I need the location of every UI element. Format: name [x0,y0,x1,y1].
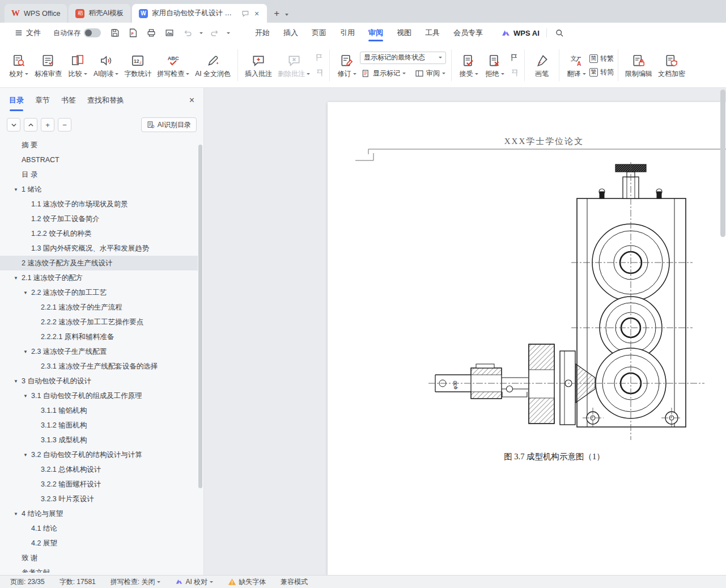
new-tab-button[interactable]: + [267,8,284,23]
outline-item[interactable]: 1.2.2 饺子机的种类 [0,226,198,241]
compare-button[interactable]: 比较 [65,46,91,84]
tab-document[interactable]: W 家用自动包饺子机设计 设计 × [132,4,267,23]
menu-item[interactable]: 视图 [391,24,417,41]
scrollbar-thumb[interactable] [198,145,202,488]
expand-arrow-icon[interactable]: ▼ [14,276,18,281]
outline-item[interactable]: ABSTRACT [0,153,198,167]
outline-item[interactable]: ▼2.2 速冻饺子的加工工艺 [0,285,198,300]
show-markup-button[interactable]: 显示标记 [360,68,407,79]
menu-item[interactable]: 插入 [278,24,304,41]
translate-button[interactable]: 文A 翻译 [563,46,589,84]
previous-comment-button[interactable] [313,52,325,64]
outline-item[interactable]: 3.2.3 叶片泵设计 [0,492,198,506]
undo-chevron-icon[interactable] [199,32,203,34]
outline-item[interactable]: 2.2.1 速冻饺子的生产流程 [0,300,198,315]
expand-all-button[interactable] [7,118,20,132]
outline-item[interactable]: ▼2.1 速冻饺子的配方 [0,270,198,285]
expand-arrow-icon[interactable]: ▼ [23,349,28,354]
save-button[interactable] [109,27,121,39]
tab-list-chevron-icon[interactable] [284,8,292,23]
document-scrollbar-thumb[interactable] [720,90,725,237]
redo-chevron-icon[interactable] [227,32,230,34]
tab-docer-templates[interactable]: 稻 稻壳AI模板 [69,4,130,23]
wps-ai-button[interactable]: WPS AI [501,28,540,38]
expand-arrow-icon[interactable]: ▼ [14,379,18,384]
tab-wps-home[interactable]: W WPS Office [5,4,67,23]
menu-item[interactable]: 引用 [334,24,360,41]
sidebar-scrollbar[interactable] [198,140,202,569]
close-tab-icon[interactable]: × [253,9,260,18]
outline-item[interactable]: ▼3.2 自动包饺子机的结构设计与计算 [0,447,198,462]
tab-bookmarks[interactable]: 书签 [61,93,76,108]
outline-item[interactable]: 1.1 速冻饺子的市场现状及前景 [0,197,198,211]
word-count-indicator[interactable]: 字数: 17581 [60,577,96,587]
expand-arrow-icon[interactable]: ▼ [14,187,18,192]
word-count-button[interactable]: 12」 字数统计 [121,46,154,84]
ai-recognize-toc-button[interactable]: AI识别目录 [141,117,197,132]
menu-item[interactable]: 会员专享 [448,24,489,41]
outline-item[interactable]: 2.2.2.1 原料和辅料准备 [0,329,198,344]
previous-revision-button[interactable] [508,52,520,64]
missing-font-warning[interactable]: 缺失字体 [228,577,266,587]
menu-item[interactable]: 工具 [419,24,445,41]
outline-item[interactable]: 3.2.1 总体机构设计 [0,462,198,477]
outline-item[interactable]: 2.2.2 速冻饺子加工工艺操作要点 [0,315,198,329]
zoom-in-outline-button[interactable]: + [41,118,54,132]
tab-contents[interactable]: 目录 [9,93,24,108]
zoom-out-outline-button[interactable]: − [58,118,71,132]
restrict-editing-button[interactable]: 限制编辑 [622,46,655,84]
review-pane-button[interactable]: 审阅 [413,68,447,79]
compatibility-mode-indicator[interactable]: 兼容模式 [281,577,308,587]
export-image-button[interactable] [163,27,176,39]
outline-item[interactable]: 2.3.1 速冻饺子生产线配套设备的选择 [0,359,198,374]
tab-sections[interactable]: 章节 [35,93,50,108]
track-changes-button[interactable]: 修订 [334,46,360,84]
outline-item[interactable]: 目 录 [0,167,198,182]
standard-review-button[interactable]: 标准审查 [32,46,65,84]
outline-item[interactable]: ▼2.3 速冻饺子生产线配置 [0,344,198,359]
outline-item[interactable]: 2 速冻饺子配方及生产线设计 [0,256,198,270]
outline-item[interactable]: 参考文献 [0,565,198,573]
tab-find-replace[interactable]: 查找和替换 [87,93,124,108]
menu-item[interactable]: 开始 [249,24,275,41]
simplified-to-traditional-button[interactable]: 简 转繁 [589,54,614,64]
undo-button[interactable] [181,27,194,39]
next-comment-button[interactable] [313,67,325,79]
outline-item[interactable]: 1.2 饺子加工设备简介 [0,211,198,226]
expand-arrow-icon[interactable]: ▼ [23,394,28,399]
document-page[interactable]: φ30 XXX学士学位论文 图 3.7 成型机构示意图（1） [328,102,726,575]
encrypt-document-button[interactable]: 文档加密 [655,46,688,84]
brush-button[interactable]: 画笔 [529,46,555,84]
outline-item[interactable]: ▼3 自动包饺子机的设计 [0,374,198,388]
outline-item[interactable]: ▼3.1 自动包饺子机的组成及工作原理 [0,388,198,403]
outline-item[interactable]: ▼1 绪论 [0,182,198,197]
print-button[interactable] [145,27,158,39]
expand-arrow-icon[interactable]: ▼ [23,452,28,458]
ai-proofread-status[interactable]: AI 校对 [175,577,213,587]
outline-item[interactable]: 1.3 国内外研究概况、水平和发展趋势 [0,241,198,256]
outline-item[interactable]: 摘 要 [0,138,198,153]
ai-polish-button[interactable]: AI 全文润色 [192,46,233,84]
next-revision-button[interactable] [508,67,520,79]
traditional-to-simplified-button[interactable]: 繁 转简 [589,67,614,77]
expand-arrow-icon[interactable]: ▼ [14,511,18,517]
outline-item[interactable]: 4.2 展望 [0,536,198,551]
search-button[interactable] [554,27,566,39]
accept-revision-button[interactable]: 接受 [456,46,482,84]
redo-button[interactable] [209,27,221,39]
outline-item[interactable]: 3.1.3 成型机构 [0,433,198,447]
reject-revision-button[interactable]: 拒绝 [482,46,508,84]
spellcheck-status[interactable]: 拼写检查: 关闭 [111,577,161,587]
insert-comment-button[interactable]: 插入批注 [242,46,275,84]
outline-item[interactable]: 3.2.2 输面螺杆设计 [0,477,198,492]
outline-item[interactable]: 3.1.2 输面机构 [0,418,198,433]
collapse-all-button[interactable] [24,118,37,132]
spell-check-button[interactable]: ABC 拼写检查 [154,46,192,84]
proofread-button[interactable]: 校对 [6,46,32,84]
ai-read-aloud-button[interactable]: AI朗读 [91,46,121,84]
markup-state-combobox[interactable]: 显示标记的最终状态 [360,52,446,64]
page-indicator[interactable]: 页面: 23/35 [10,577,45,587]
outline-item[interactable]: 3.1.1 输馅机构 [0,403,198,418]
file-menu-button[interactable]: 文件 [10,26,45,40]
outline-item[interactable]: ▼4 结论与展望 [0,506,198,521]
